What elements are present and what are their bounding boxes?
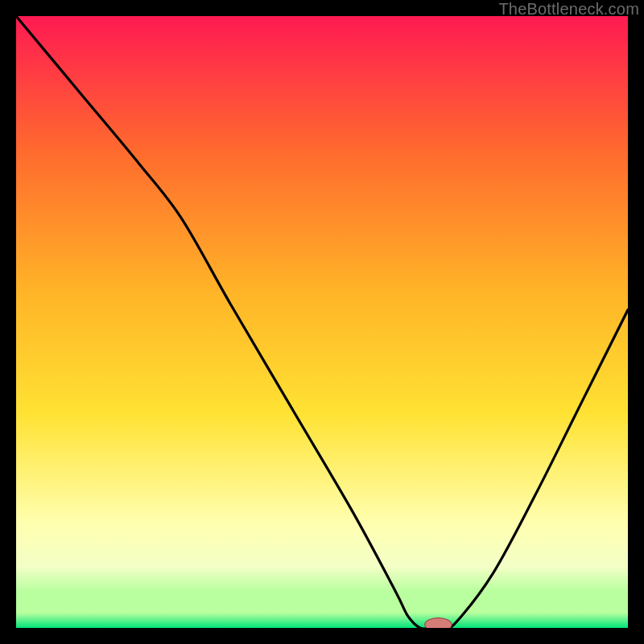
chart-background (16, 16, 628, 628)
chart-frame: TheBottleneck.com (0, 0, 644, 644)
chart-svg (16, 16, 628, 628)
chart-plot-area (16, 16, 628, 628)
optimum-marker (425, 618, 452, 628)
